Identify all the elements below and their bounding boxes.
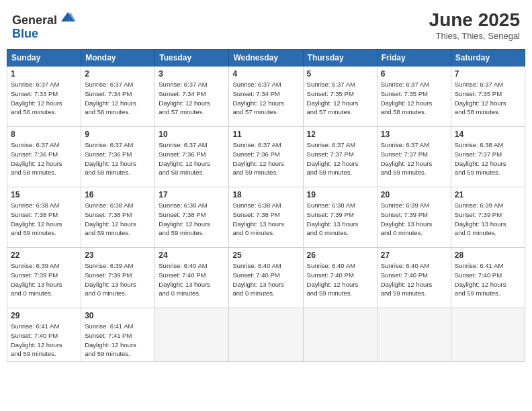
day-cell-9: 9Sunrise: 6:37 AM Sunset: 7:36 PM Daylig… [81,127,155,187]
day-number: 3 [159,69,225,79]
day-info: Sunrise: 6:37 AM Sunset: 7:37 PM Dayligh… [307,140,373,177]
day-info: Sunrise: 6:37 AM Sunset: 7:34 PM Dayligh… [232,80,299,117]
day-cell-12: 12Sunrise: 6:37 AM Sunset: 7:37 PM Dayli… [303,127,377,187]
col-header-friday: Friday [377,50,451,66]
day-number: 18 [232,190,299,199]
day-info: Sunrise: 6:37 AM Sunset: 7:35 PM Dayligh… [307,80,373,117]
week-row-3: 15Sunrise: 6:38 AM Sunset: 7:38 PM Dayli… [7,187,525,248]
day-info: Sunrise: 6:38 AM Sunset: 7:38 PM Dayligh… [232,201,299,238]
day-cell-19: 19Sunrise: 6:38 AM Sunset: 7:39 PM Dayli… [303,187,377,248]
day-cell-20: 20Sunrise: 6:39 AM Sunset: 7:39 PM Dayli… [377,187,451,248]
day-number: 28 [455,250,521,260]
day-info: Sunrise: 6:39 AM Sunset: 7:39 PM Dayligh… [11,261,77,298]
day-cell-7: 7Sunrise: 6:37 AM Sunset: 7:35 PM Daylig… [451,66,525,127]
day-number: 21 [455,190,521,199]
day-cell-24: 24Sunrise: 6:40 AM Sunset: 7:40 PM Dayli… [155,248,229,308]
day-info: Sunrise: 6:41 AM Sunset: 7:41 PM Dayligh… [85,322,151,359]
day-cell-22: 22Sunrise: 6:39 AM Sunset: 7:39 PM Dayli… [7,248,81,308]
day-number: 13 [381,130,447,139]
title-block: June 2025 Thies, Thies, Senegal [429,9,520,41]
day-cell-14: 14Sunrise: 6:38 AM Sunset: 7:37 PM Dayli… [451,127,525,187]
day-info: Sunrise: 6:38 AM Sunset: 7:37 PM Dayligh… [455,140,521,177]
day-number: 10 [159,130,225,139]
day-number: 17 [159,190,225,199]
day-cell-5: 5Sunrise: 6:37 AM Sunset: 7:35 PM Daylig… [303,66,377,127]
col-header-monday: Monday [81,50,155,66]
day-cell-28: 28Sunrise: 6:41 AM Sunset: 7:40 PM Dayli… [451,248,525,308]
day-cell-23: 23Sunrise: 6:39 AM Sunset: 7:39 PM Dayli… [81,248,155,308]
day-cell-29: 29Sunrise: 6:41 AM Sunset: 7:40 PM Dayli… [7,308,81,362]
col-header-saturday: Saturday [451,50,525,66]
day-info: Sunrise: 6:38 AM Sunset: 7:38 PM Dayligh… [159,201,225,238]
day-number: 23 [85,250,151,260]
logo: General Blue [12,9,77,41]
day-cell-13: 13Sunrise: 6:37 AM Sunset: 7:37 PM Dayli… [377,127,451,187]
day-number: 25 [232,250,299,260]
day-info: Sunrise: 6:37 AM Sunset: 7:34 PM Dayligh… [159,80,225,117]
day-cell-21: 21Sunrise: 6:39 AM Sunset: 7:39 PM Dayli… [451,187,525,248]
day-info: Sunrise: 6:37 AM Sunset: 7:35 PM Dayligh… [381,80,447,117]
day-cell-6: 6Sunrise: 6:37 AM Sunset: 7:35 PM Daylig… [377,66,451,127]
day-number: 22 [11,250,77,260]
day-info: Sunrise: 6:37 AM Sunset: 7:36 PM Dayligh… [11,140,77,177]
day-number: 1 [11,69,77,79]
day-cell-3: 3Sunrise: 6:37 AM Sunset: 7:34 PM Daylig… [155,66,229,127]
day-number: 27 [381,250,447,260]
day-info: Sunrise: 6:41 AM Sunset: 7:40 PM Dayligh… [455,261,521,298]
calendar-header-row: SundayMondayTuesdayWednesdayThursdayFrid… [7,50,525,66]
day-cell-16: 16Sunrise: 6:38 AM Sunset: 7:38 PM Dayli… [81,187,155,248]
day-info: Sunrise: 6:39 AM Sunset: 7:39 PM Dayligh… [381,201,447,238]
day-cell-15: 15Sunrise: 6:38 AM Sunset: 7:38 PM Dayli… [7,187,81,248]
empty-cell [303,308,377,362]
day-number: 15 [11,190,77,199]
day-info: Sunrise: 6:39 AM Sunset: 7:39 PM Dayligh… [85,261,151,298]
day-info: Sunrise: 6:37 AM Sunset: 7:37 PM Dayligh… [381,140,447,177]
day-cell-10: 10Sunrise: 6:37 AM Sunset: 7:36 PM Dayli… [155,127,229,187]
logo-blue: Blue [12,27,38,40]
day-info: Sunrise: 6:37 AM Sunset: 7:36 PM Dayligh… [159,140,225,177]
day-cell-11: 11Sunrise: 6:37 AM Sunset: 7:36 PM Dayli… [229,127,303,187]
day-number: 2 [85,69,151,79]
day-info: Sunrise: 6:37 AM Sunset: 7:36 PM Dayligh… [232,140,299,177]
empty-cell [451,308,525,362]
col-header-wednesday: Wednesday [229,50,303,66]
day-cell-27: 27Sunrise: 6:40 AM Sunset: 7:40 PM Dayli… [377,248,451,308]
day-info: Sunrise: 6:37 AM Sunset: 7:36 PM Dayligh… [85,140,151,177]
day-info: Sunrise: 6:38 AM Sunset: 7:38 PM Dayligh… [85,201,151,238]
day-info: Sunrise: 6:41 AM Sunset: 7:40 PM Dayligh… [11,322,77,359]
logo-general: General [12,13,57,27]
day-number: 19 [307,190,373,199]
day-number: 16 [85,190,151,199]
day-cell-26: 26Sunrise: 6:40 AM Sunset: 7:40 PM Dayli… [303,248,377,308]
location: Thies, Thies, Senegal [429,31,520,41]
day-info: Sunrise: 6:37 AM Sunset: 7:33 PM Dayligh… [11,80,77,117]
day-number: 30 [85,311,151,320]
day-cell-25: 25Sunrise: 6:40 AM Sunset: 7:40 PM Dayli… [229,248,303,308]
week-row-2: 8Sunrise: 6:37 AM Sunset: 7:36 PM Daylig… [7,127,525,187]
day-info: Sunrise: 6:40 AM Sunset: 7:40 PM Dayligh… [159,261,225,298]
page-header: General Blue June 2025 Thies, Thies, Sen… [7,7,525,44]
week-row-1: 1Sunrise: 6:37 AM Sunset: 7:33 PM Daylig… [7,66,525,127]
day-cell-2: 2Sunrise: 6:37 AM Sunset: 7:34 PM Daylig… [81,66,155,127]
empty-cell [229,308,303,362]
calendar-table: SundayMondayTuesdayWednesdayThursdayFrid… [7,49,525,362]
day-cell-1: 1Sunrise: 6:37 AM Sunset: 7:33 PM Daylig… [7,66,81,127]
day-number: 24 [159,250,225,260]
day-number: 5 [307,69,373,79]
day-number: 4 [232,69,299,79]
day-number: 20 [381,190,447,199]
day-cell-30: 30Sunrise: 6:41 AM Sunset: 7:41 PM Dayli… [81,308,155,362]
empty-cell [377,308,451,362]
col-header-thursday: Thursday [303,50,377,66]
day-info: Sunrise: 6:37 AM Sunset: 7:35 PM Dayligh… [455,80,521,117]
day-info: Sunrise: 6:40 AM Sunset: 7:40 PM Dayligh… [381,261,447,298]
day-number: 26 [307,250,373,260]
day-info: Sunrise: 6:39 AM Sunset: 7:39 PM Dayligh… [455,201,521,238]
day-cell-17: 17Sunrise: 6:38 AM Sunset: 7:38 PM Dayli… [155,187,229,248]
logo-icon [58,9,77,24]
day-number: 11 [232,130,299,139]
day-info: Sunrise: 6:38 AM Sunset: 7:39 PM Dayligh… [307,201,373,238]
week-row-5: 29Sunrise: 6:41 AM Sunset: 7:40 PM Dayli… [7,308,525,362]
day-cell-8: 8Sunrise: 6:37 AM Sunset: 7:36 PM Daylig… [7,127,81,187]
week-row-4: 22Sunrise: 6:39 AM Sunset: 7:39 PM Dayli… [7,248,525,308]
